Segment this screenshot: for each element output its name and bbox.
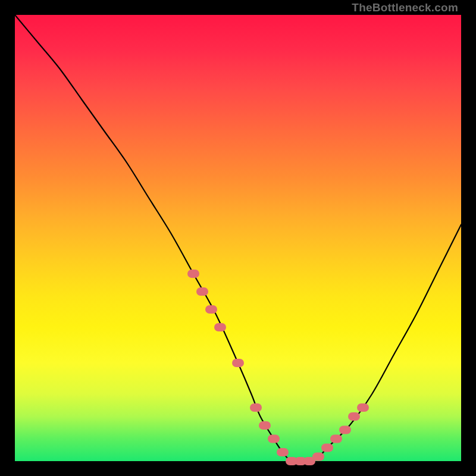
- chart-frame: [15, 15, 461, 461]
- marker-point: [187, 270, 199, 278]
- bottleneck-curve: [15, 15, 461, 462]
- marker-point: [232, 359, 244, 367]
- marker-point: [312, 453, 324, 461]
- marker-point: [196, 287, 208, 296]
- marker-point: [348, 412, 360, 421]
- marker-point: [250, 403, 262, 412]
- marker-point: [321, 444, 333, 452]
- marker-point: [339, 426, 351, 434]
- marker-point: [268, 435, 280, 443]
- marker-point: [259, 421, 271, 430]
- marker-point: [330, 435, 342, 443]
- marker-point: [205, 305, 217, 314]
- marker-point: [214, 323, 226, 331]
- marker-group: [187, 270, 369, 465]
- marker-point: [357, 403, 369, 412]
- chart-svg: [15, 15, 461, 461]
- marker-point: [277, 448, 289, 456]
- watermark-text: TheBottleneck.com: [352, 1, 458, 14]
